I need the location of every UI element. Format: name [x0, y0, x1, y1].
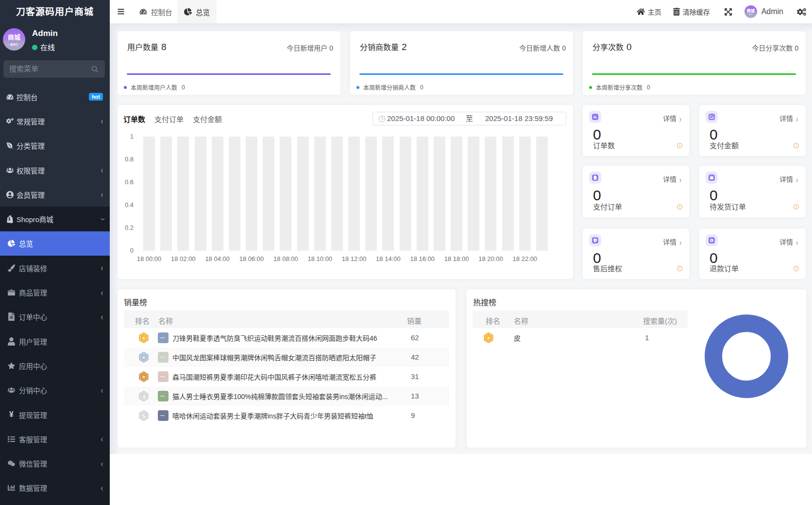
svg-text:5: 5 — [142, 413, 145, 419]
svg-text:4: 4 — [142, 394, 146, 400]
